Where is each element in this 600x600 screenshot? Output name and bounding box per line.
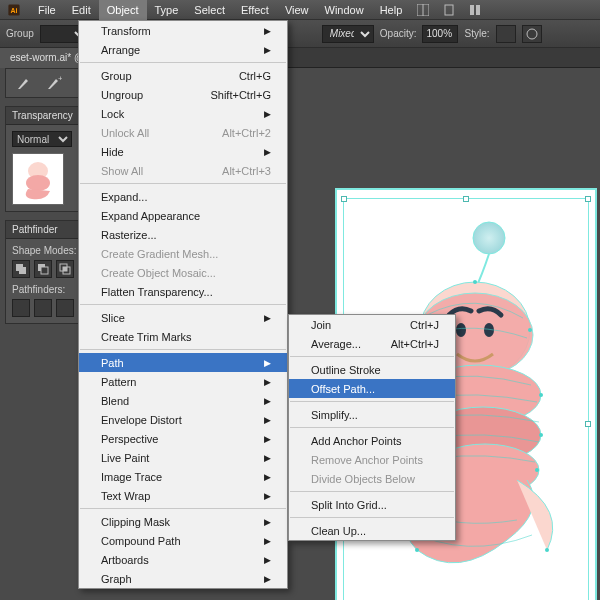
selection-handle[interactable] <box>341 196 347 202</box>
menu-item-flatten-transparency[interactable]: Flatten Transparency... <box>79 282 287 301</box>
menu-type[interactable]: Type <box>147 0 187 20</box>
menu-item-artboards[interactable]: Artboards▶ <box>79 550 287 569</box>
menu-item-join[interactable]: JoinCtrl+J <box>289 315 455 334</box>
menu-item-text-wrap[interactable]: Text Wrap▶ <box>79 486 287 505</box>
app-logo: Ai <box>4 2 24 18</box>
layout-icon[interactable] <box>412 2 434 18</box>
merge-icon[interactable] <box>56 299 74 317</box>
menu-item-compound-path[interactable]: Compound Path▶ <box>79 531 287 550</box>
menu-separator <box>290 401 454 402</box>
menu-item-average[interactable]: Average...Alt+Ctrl+J <box>289 334 455 353</box>
menu-item-unlock-all: Unlock AllAlt+Ctrl+2 <box>79 123 287 142</box>
menu-select[interactable]: Select <box>186 0 233 20</box>
svg-point-25 <box>539 433 543 437</box>
svg-rect-6 <box>476 5 480 15</box>
minus-front-icon[interactable] <box>34 260 52 278</box>
svg-rect-35 <box>19 267 26 274</box>
menu-separator <box>290 427 454 428</box>
menu-edit[interactable]: Edit <box>64 0 99 20</box>
menu-effect[interactable]: Effect <box>233 0 277 20</box>
menu-item-envelope-distort[interactable]: Envelope Distort▶ <box>79 410 287 429</box>
style-label: Style: <box>464 28 489 39</box>
menu-item-expand[interactable]: Expand... <box>79 187 287 206</box>
menu-item-create-gradient-mesh: Create Gradient Mesh... <box>79 244 287 263</box>
transparency-blend-select[interactable]: Normal <box>12 131 72 147</box>
svg-point-14 <box>456 323 466 337</box>
menu-item-split-into-grid[interactable]: Split Into Grid... <box>289 495 455 514</box>
doc-icon[interactable] <box>438 2 460 18</box>
menu-item-blend[interactable]: Blend▶ <box>79 391 287 410</box>
menu-item-image-trace[interactable]: Image Trace▶ <box>79 467 287 486</box>
svg-point-11 <box>473 222 505 254</box>
svg-text:Ai: Ai <box>11 6 18 13</box>
menu-separator <box>80 508 286 509</box>
menu-item-show-all: Show AllAlt+Ctrl+3 <box>79 161 287 180</box>
style-swatch[interactable] <box>496 25 516 43</box>
menu-item-arrange[interactable]: Arrange▶ <box>79 40 287 59</box>
svg-rect-40 <box>63 267 67 271</box>
selection-handle[interactable] <box>463 196 469 202</box>
menu-window[interactable]: Window <box>317 0 372 20</box>
menu-item-remove-anchor-points: Remove Anchor Points <box>289 450 455 469</box>
menu-item-lock[interactable]: Lock▶ <box>79 104 287 123</box>
menu-item-graph[interactable]: Graph▶ <box>79 569 287 588</box>
recolor-icon[interactable] <box>522 25 542 43</box>
menu-separator <box>290 517 454 518</box>
menu-separator <box>80 62 286 63</box>
menu-item-perspective[interactable]: Perspective▶ <box>79 429 287 448</box>
opacity-label: Opacity: <box>380 28 417 39</box>
arrange-icon[interactable] <box>464 2 486 18</box>
menubar: Ai File Edit Object Type Select Effect V… <box>0 0 600 20</box>
svg-point-21 <box>528 328 532 332</box>
menu-separator <box>80 349 286 350</box>
transparency-thumbnail[interactable] <box>12 153 64 205</box>
opacity-input[interactable] <box>422 25 458 43</box>
menu-item-transform[interactable]: Transform▶ <box>79 21 287 40</box>
menu-separator <box>80 183 286 184</box>
svg-point-19 <box>473 280 477 284</box>
menu-item-simplify[interactable]: Simplify... <box>289 405 455 424</box>
menu-item-hide[interactable]: Hide▶ <box>79 142 287 161</box>
selection-handle[interactable] <box>585 421 591 427</box>
menu-item-clean-up[interactable]: Clean Up... <box>289 521 455 540</box>
menu-item-create-object-mosaic: Create Object Mosaic... <box>79 263 287 282</box>
menu-view[interactable]: View <box>277 0 317 20</box>
group-label: Group <box>6 28 34 39</box>
menu-help[interactable]: Help <box>372 0 411 20</box>
object-dropdown-menu: Transform▶Arrange▶GroupCtrl+GUngroupShif… <box>78 20 288 589</box>
menu-item-expand-appearance[interactable]: Expand Appearance <box>79 206 287 225</box>
brush-tool-plus-icon[interactable]: + <box>44 73 64 93</box>
unite-icon[interactable] <box>12 260 30 278</box>
svg-text:+: + <box>58 75 62 83</box>
menu-item-path[interactable]: Path▶ <box>79 353 287 372</box>
menu-separator <box>290 491 454 492</box>
svg-rect-37 <box>41 267 48 274</box>
menu-separator <box>290 356 454 357</box>
svg-point-27 <box>535 468 539 472</box>
menu-separator <box>80 304 286 305</box>
svg-point-10 <box>527 29 537 39</box>
menu-item-clipping-mask[interactable]: Clipping Mask▶ <box>79 512 287 531</box>
menu-item-add-anchor-points[interactable]: Add Anchor Points <box>289 431 455 450</box>
svg-point-28 <box>415 548 419 552</box>
menu-item-offset-path[interactable]: Offset Path... <box>289 379 455 398</box>
menu-item-divide-objects-below: Divide Objects Below <box>289 469 455 488</box>
blend-mode-select[interactable]: Mixed <box>322 25 374 43</box>
menu-object[interactable]: Object <box>99 0 147 20</box>
svg-rect-5 <box>470 5 474 15</box>
trim-icon[interactable] <box>34 299 52 317</box>
menu-file[interactable]: File <box>30 0 64 20</box>
menu-item-slice[interactable]: Slice▶ <box>79 308 287 327</box>
menu-item-ungroup[interactable]: UngroupShift+Ctrl+G <box>79 85 287 104</box>
menu-item-outline-stroke[interactable]: Outline Stroke <box>289 360 455 379</box>
brush-tool-icon[interactable] <box>14 73 34 93</box>
menu-item-create-trim-marks[interactable]: Create Trim Marks <box>79 327 287 346</box>
divide-icon[interactable] <box>12 299 30 317</box>
menu-item-rasterize[interactable]: Rasterize... <box>79 225 287 244</box>
menu-item-group[interactable]: GroupCtrl+G <box>79 66 287 85</box>
intersect-icon[interactable] <box>56 260 74 278</box>
path-submenu: JoinCtrl+JAverage...Alt+Ctrl+JOutline St… <box>288 314 456 541</box>
menu-item-live-paint[interactable]: Live Paint▶ <box>79 448 287 467</box>
selection-handle[interactable] <box>585 196 591 202</box>
menu-item-pattern[interactable]: Pattern▶ <box>79 372 287 391</box>
